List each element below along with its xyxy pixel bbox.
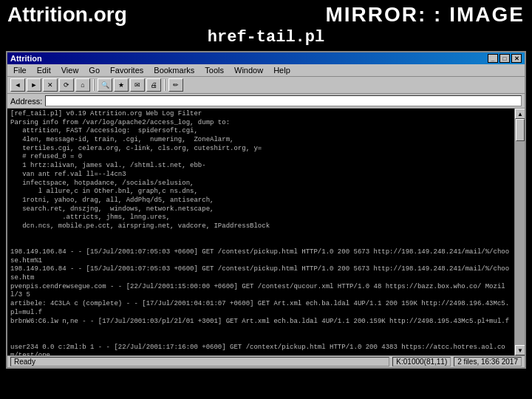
status-files: 2 files, 16:36 2017 <box>454 357 522 366</box>
toolbar: ◄ ► ✕ ⟳ ⌂ 🔍 ★ ✉ 🖨 ✏ <box>7 77 525 94</box>
menu-go[interactable]: Go <box>84 65 104 75</box>
page-header: Attrition.org MIRROR: : IMAGE <box>0 0 532 27</box>
forward-button[interactable]: ► <box>27 78 41 92</box>
address-input[interactable] <box>45 95 522 106</box>
mail-button[interactable]: ✉ <box>130 78 145 92</box>
home-button[interactable]: ⌂ <box>75 78 90 92</box>
menu-bar: File Edit View Go Favorites Bookmarks To… <box>7 64 525 77</box>
scroll-down-button[interactable]: ▼ <box>515 345 525 355</box>
address-bar: Address: <box>7 94 525 109</box>
scrollbar[interactable]: ▲ ▼ <box>514 109 525 355</box>
scroll-up-button[interactable]: ▲ <box>515 109 525 119</box>
toolbar-separator-2 <box>164 79 166 91</box>
mirror-title: MIRROR: : IMAGE <box>325 3 525 27</box>
search-button[interactable]: 🔍 <box>98 78 112 92</box>
browser-window: Attrition _ □ ✕ File Edit View Go Favori… <box>6 51 526 369</box>
menu-window[interactable]: Window <box>230 65 267 75</box>
menu-tools[interactable]: Tools <box>200 65 228 75</box>
status-coords: K:01000(81,11) <box>392 357 451 366</box>
menu-bookmarks[interactable]: Bookmarks <box>149 65 199 75</box>
stop-button[interactable]: ✕ <box>43 78 58 92</box>
print-button[interactable]: 🖨 <box>146 78 161 92</box>
menu-view[interactable]: View <box>57 65 83 75</box>
content-area: [ref_tail.pl] v0.19 Attrition.org Web Lo… <box>7 109 525 355</box>
page-subtitle: href-tail.pl <box>0 27 532 51</box>
title-bar: Attrition _ □ ✕ <box>7 52 525 64</box>
status-bar: Ready K:01000(81,11) 2 files, 16:36 2017 <box>7 355 525 367</box>
refresh-button[interactable]: ⟳ <box>59 78 74 92</box>
scrollbar-thumb[interactable] <box>516 119 525 141</box>
back-button[interactable]: ◄ <box>10 78 25 92</box>
toolbar-separator <box>93 79 95 91</box>
title-bar-buttons: _ □ ✕ <box>488 54 522 63</box>
scrollbar-track[interactable] <box>515 119 525 345</box>
favorites-button[interactable]: ★ <box>114 78 129 92</box>
address-label: Address: <box>10 97 42 106</box>
status-text: Ready <box>10 357 389 366</box>
minimize-button[interactable]: _ <box>488 54 498 63</box>
edit-button[interactable]: ✏ <box>168 78 183 92</box>
maximize-button[interactable]: □ <box>499 54 510 63</box>
log-content: [ref_tail.pl] v0.19 Attrition.org Web Lo… <box>7 109 514 355</box>
window-title: Attrition <box>10 54 42 63</box>
close-button[interactable]: ✕ <box>511 54 522 63</box>
menu-file[interactable]: File <box>9 65 31 75</box>
menu-edit[interactable]: Edit <box>33 65 55 75</box>
site-title: Attrition.org <box>7 3 127 27</box>
menu-favorites[interactable]: Favorites <box>106 65 148 75</box>
menu-help[interactable]: Help <box>269 65 295 75</box>
